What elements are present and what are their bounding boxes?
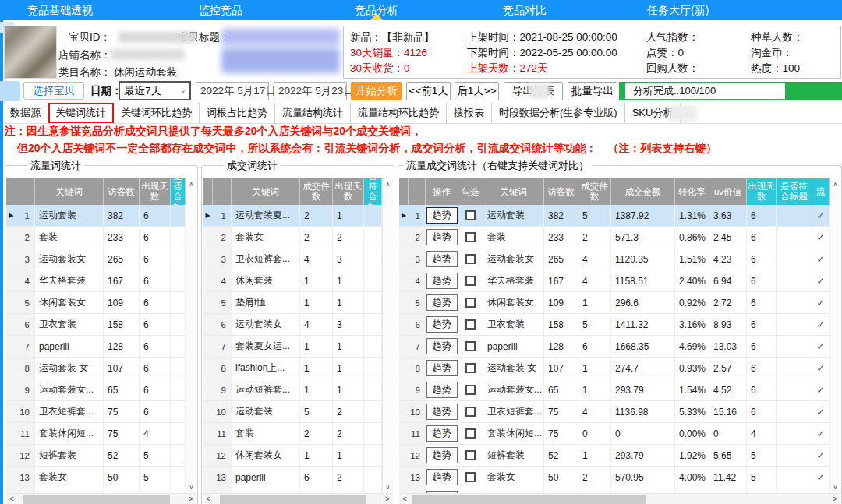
select-item-button[interactable]: 选择宝贝	[23, 82, 84, 100]
chevron-up-icon[interactable]: ∧	[186, 178, 196, 190]
row-checkbox[interactable]	[465, 298, 476, 308]
table-row[interactable]: 3趋势运动套装女26541120.351.51%4.236✓	[399, 248, 830, 270]
column-header[interactable]: 出现天数	[333, 178, 364, 205]
trend-button[interactable]: 趋势	[426, 382, 458, 398]
column-header[interactable]: 出现天数	[140, 178, 171, 205]
tab-6[interactable]: 流量结构环比趋势	[351, 103, 447, 123]
table-row[interactable]: 9运动短裤套...11	[203, 379, 382, 401]
trend-button[interactable]: 趋势	[426, 273, 458, 289]
table-row[interactable]: 12休闲套装女11	[203, 445, 382, 467]
column-header[interactable]: 流	[812, 178, 830, 205]
chevron-up-icon[interactable]: ∧	[830, 178, 840, 190]
column-header[interactable]: 是否符合标题	[777, 178, 812, 205]
trend-button[interactable]: 趋势	[426, 316, 458, 333]
column-header[interactable]: 成交金额	[611, 178, 675, 205]
scrollbar-thumb[interactable]	[23, 495, 170, 504]
table-row[interactable]: ▶1趋势运动套装38251387.921.31%3.636✓	[399, 205, 830, 227]
scrollbar-track[interactable]	[830, 190, 840, 481]
table-row[interactable]: 5休闲套装女1096	[6, 292, 186, 314]
chevron-right-icon[interactable]: >	[186, 494, 196, 504]
table-row[interactable]: 11趋势套装休闲短...75000.00%04✓	[399, 423, 830, 445]
chevron-right-icon[interactable]: >	[382, 494, 393, 504]
table-row[interactable]: 10运动套装52	[203, 401, 382, 423]
table-row[interactable]: 8趋势运动套装 女1071274.70.93%2.576✓	[399, 358, 830, 379]
table-row[interactable]: 4华夫格套装1676	[6, 270, 186, 292]
table-row[interactable]: 5垫肩t恤11	[203, 292, 382, 314]
trend-button[interactable]: 趋势	[426, 447, 458, 463]
table-row[interactable]: 13套装女505	[6, 467, 186, 488]
date-range-select[interactable]: 最近7天∨	[119, 81, 191, 100]
row-checkbox[interactable]	[465, 210, 476, 220]
trend-button[interactable]: 趋势	[426, 229, 458, 245]
column-header[interactable]: 访客数	[104, 178, 140, 205]
next-day-button[interactable]: 后1天>>	[455, 82, 499, 100]
column-header[interactable]: 转化率	[675, 178, 709, 205]
row-checkbox[interactable]	[465, 363, 476, 373]
column-header[interactable]: 出现天数	[747, 178, 777, 205]
horizontal-scrollbar[interactable]: <>	[203, 493, 393, 504]
trend-button[interactable]: 趋势	[426, 469, 458, 485]
nav-item-2[interactable]: 监控竞品	[199, 0, 242, 20]
scrollbar-thumb[interactable]	[412, 495, 646, 504]
scrollbar-track[interactable]	[383, 190, 393, 481]
column-header[interactable]: uv价值	[709, 178, 747, 205]
table-row[interactable]: ▶1运动套装3826	[6, 205, 186, 227]
row-checkbox[interactable]	[465, 450, 476, 460]
column-header[interactable]: 是否合标	[171, 178, 186, 205]
table-row[interactable]: 7套装夏女运...11	[203, 336, 382, 358]
row-checkbox[interactable]	[465, 276, 476, 286]
table-row[interactable]: 7趋势paperlll12861668.354.69%13.036✓	[399, 336, 830, 358]
column-header[interactable]: 成交件数	[578, 178, 611, 205]
table-row[interactable]: 11套装22	[203, 423, 382, 445]
vertical-scrollbar[interactable]: ∧∨	[382, 178, 393, 493]
column-header[interactable]: 成交件数	[300, 178, 333, 205]
table-row[interactable]: 8ifashion上...11	[203, 358, 382, 379]
table-row[interactable]: 3卫衣短裤套...43	[203, 248, 382, 270]
table-row[interactable]: ▶1运动套装夏...21	[203, 205, 382, 227]
table-row[interactable]: 9趋势运动套装女...651293.791.54%4.526✓	[399, 379, 830, 401]
table-row[interactable]: 6运动套装女43	[203, 314, 382, 336]
tab-2[interactable]: 关键词统计	[48, 103, 114, 123]
trend-button[interactable]: 趋势	[426, 338, 458, 354]
tab-8[interactable]: 时段数据分析(生参专业版)	[492, 103, 625, 123]
horizontal-scrollbar[interactable]: <>	[399, 493, 840, 504]
prev-day-button[interactable]: <<前1天	[406, 82, 451, 100]
tab-5[interactable]: 流量结构统计	[275, 103, 351, 123]
tab-7[interactable]: 搜报表	[447, 103, 492, 123]
horizontal-scrollbar[interactable]: <>	[6, 493, 196, 504]
table-row[interactable]: 11套装休闲短...754	[6, 423, 186, 445]
scrollbar-thumb[interactable]	[220, 495, 366, 504]
table-row[interactable]: 13趋势套装女502570.954.00%11.425✓	[399, 467, 830, 488]
trend-button[interactable]: 趋势	[426, 404, 458, 420]
table-row[interactable]: 9运动套装女...656	[6, 379, 186, 401]
row-checkbox[interactable]	[465, 428, 476, 439]
row-checkbox[interactable]	[465, 254, 476, 264]
nav-item-3[interactable]: 竞品分析	[355, 0, 398, 20]
nav-item-5[interactable]: 任务大厅(新)	[647, 0, 709, 20]
tab-1[interactable]: 数据源	[3, 103, 48, 123]
vertical-scrollbar[interactable]: ∧∨	[186, 178, 196, 493]
row-checkbox[interactable]	[465, 232, 476, 242]
trend-button[interactable]: 趋势	[426, 360, 458, 376]
column-header[interactable]: 操作	[426, 178, 458, 205]
table-row[interactable]: 12趋势短裤套装521293.791.92%5.655✓	[399, 445, 830, 467]
table-row[interactable]: 10趋势卫衣短裤套...7541136.985.33%15.166✓	[399, 401, 830, 423]
scrollbar-track[interactable]	[17, 495, 186, 504]
table-row[interactable]: 13paperlll62	[203, 467, 382, 488]
chevron-down-icon[interactable]: ∨	[383, 481, 393, 493]
nav-item-4[interactable]: 竞品对比	[503, 0, 547, 20]
chevron-up-icon[interactable]: ∧	[383, 178, 393, 190]
chevron-down-icon[interactable]: ∨	[830, 481, 840, 493]
table-row[interactable]: 6卫衣套装1586	[6, 314, 186, 336]
table-row[interactable]: 4休闲套装11	[203, 270, 382, 292]
trend-button[interactable]: 趋势	[426, 207, 458, 224]
table-row[interactable]: 6趋势卫衣套装15851411.323.16%8.936✓	[399, 314, 830, 336]
table-row[interactable]: 2趋势套装2332571.30.86%2.456✓	[399, 227, 830, 248]
column-header[interactable]: 访客数	[544, 178, 578, 205]
scrollbar-track[interactable]	[214, 495, 382, 504]
table-row[interactable]: 12短裤套装525	[6, 445, 186, 467]
column-header[interactable]: 关键词	[232, 178, 300, 205]
nav-item-1[interactable]: 竞品基础透视	[27, 0, 93, 20]
date-to-picker[interactable]: 2022年 5月23日∨	[274, 82, 347, 100]
table-row[interactable]: 2套装女22	[203, 227, 382, 248]
